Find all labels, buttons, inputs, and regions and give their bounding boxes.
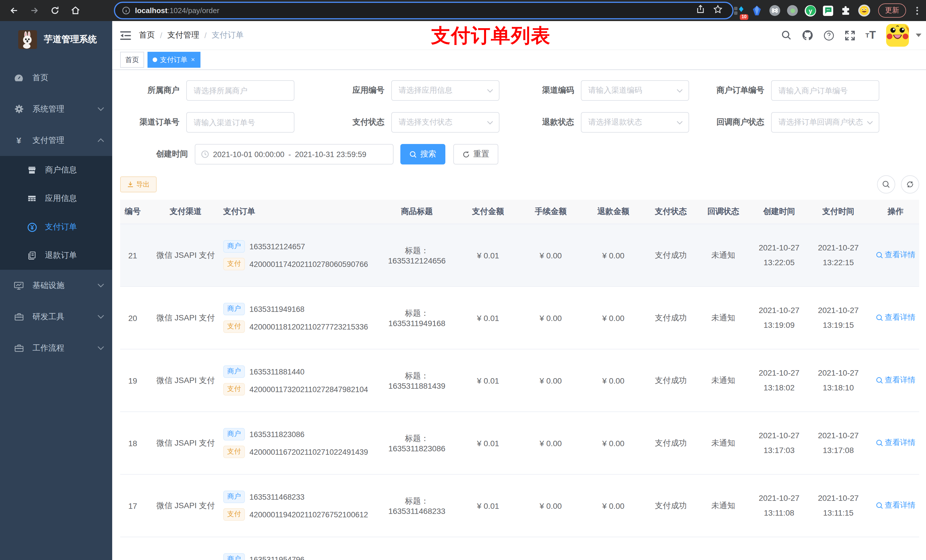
- dashboard-icon: [12, 73, 26, 82]
- sidebar-collapse-icon[interactable]: [112, 21, 139, 50]
- merchant-order-no-input[interactable]: [771, 80, 879, 101]
- view-detail-link[interactable]: 查看详情: [876, 501, 915, 511]
- browser-update-button[interactable]: 更新: [878, 3, 906, 18]
- hide-search-button[interactable]: [877, 175, 895, 193]
- channel-code-select[interactable]: 请输入渠道编码: [581, 80, 689, 101]
- sidebar-item-refund-order[interactable]: 退款订单: [0, 241, 112, 270]
- cell-title: 标题：1635311468233: [377, 474, 457, 537]
- chevron-down-icon: [97, 284, 104, 287]
- view-detail-link[interactable]: 查看详情: [876, 438, 915, 448]
- app-root: localhost:1024/pay/order 10 y: [0, 0, 926, 560]
- cell-title: 标题：1635311823086: [377, 412, 457, 474]
- github-icon[interactable]: [802, 30, 813, 41]
- tab-close-icon[interactable]: ✕: [191, 57, 195, 63]
- view-detail-link[interactable]: 查看详情: [876, 313, 915, 323]
- merchant-input[interactable]: [186, 80, 294, 101]
- magnifier-icon: [410, 151, 417, 158]
- cell-channel: [154, 537, 218, 560]
- chevron-down-icon: [487, 89, 493, 92]
- forward-icon[interactable]: [26, 3, 42, 18]
- sidebar-item-system[interactable]: 系统管理: [0, 93, 112, 125]
- pay-status-select[interactable]: 请选择支付状态: [391, 112, 499, 133]
- merchant-tag: 商户: [223, 365, 245, 378]
- magnifier-icon: [876, 439, 883, 447]
- tag-assistant-extension-icon[interactable]: 10: [733, 5, 744, 16]
- filter-channel-order-no: 渠道订单号: [118, 112, 294, 133]
- documents-icon: [26, 251, 38, 260]
- app-select[interactable]: 请选择应用信息: [391, 80, 499, 101]
- browser-menu-icon[interactable]: [914, 6, 920, 15]
- sidebar-item-infrastructure[interactable]: 基础设施: [0, 270, 112, 301]
- merchant-tag: 商户: [223, 491, 245, 503]
- toolbox-icon: [12, 343, 26, 353]
- sidebar-item-home[interactable]: 首页: [0, 62, 112, 93]
- table-row: 17 微信 JSAPI 支付 商户1635311468233 支付4200001…: [120, 474, 919, 537]
- home-icon[interactable]: [67, 3, 83, 18]
- tab-home[interactable]: 首页: [120, 52, 144, 68]
- back-icon[interactable]: [6, 3, 22, 18]
- address-bar[interactable]: localhost:1024/pay/order: [114, 2, 734, 20]
- transaction-no: 4200001173202110272847982104: [250, 385, 368, 394]
- breadcrumb-pay-manage[interactable]: 支付管理: [168, 30, 199, 41]
- merchant-tag: 商户: [223, 428, 245, 441]
- site-info-icon[interactable]: [122, 6, 130, 15]
- font-size-icon[interactable]: TT: [865, 29, 876, 42]
- url-text: localhost:1024/pay/order: [135, 6, 696, 15]
- cell-title: 标题：1635312124656: [377, 224, 457, 287]
- refund-status-select[interactable]: 请选择退款状态: [581, 112, 689, 133]
- sidebar-item-dev-tools[interactable]: 研发工具: [0, 301, 112, 332]
- col-pay-status: 支付状态: [645, 200, 697, 224]
- fullscreen-icon[interactable]: [844, 30, 855, 41]
- gem-extension-icon[interactable]: [751, 5, 763, 16]
- chat-extension-icon[interactable]: [823, 5, 833, 16]
- reload-icon[interactable]: [47, 3, 63, 18]
- avatar-caret-icon[interactable]: [916, 33, 921, 37]
- cell-fee: ¥ 0.00: [519, 474, 582, 537]
- sidebar-item-merchant-info[interactable]: 商户信息: [0, 156, 112, 184]
- magnifier-icon: [876, 314, 883, 322]
- shop-icon: [26, 166, 38, 175]
- sidebar-item-label: 研发工具: [32, 312, 95, 322]
- create-time-range-picker[interactable]: 2021-10-01 00:00:00 - 2021-10-31 23:59:5…: [195, 144, 393, 165]
- profile-emoji-icon[interactable]: [858, 5, 870, 17]
- sidebar-item-app-info[interactable]: 应用信息: [0, 184, 112, 213]
- share-icon[interactable]: [696, 4, 708, 17]
- export-button[interactable]: 导出: [120, 177, 157, 192]
- sidebar-item-workflow[interactable]: 工作流程: [0, 332, 112, 364]
- cell-actions: 查看详情: [868, 474, 919, 537]
- filter-form: 所属商户 应用编号 请选择应用信息 渠道编码: [112, 70, 926, 165]
- merchant-order-no: 1635312124657: [250, 242, 305, 251]
- y-extension-icon[interactable]: y: [805, 5, 816, 16]
- extensions-puzzle-icon[interactable]: [840, 5, 851, 16]
- bookmark-star-icon[interactable]: [713, 4, 726, 17]
- help-icon[interactable]: [823, 30, 834, 41]
- cell-pay-status: 支付成功: [645, 474, 697, 537]
- refresh-table-button[interactable]: [901, 175, 919, 193]
- sidebar-item-payment[interactable]: ¥ 支付管理: [0, 125, 112, 156]
- reset-button[interactable]: 重置: [453, 144, 498, 165]
- cell-pay-status: [645, 537, 697, 560]
- view-detail-link[interactable]: 查看详情: [876, 375, 915, 386]
- notify-status-select[interactable]: 请选择订单回调商户状态: [771, 112, 879, 133]
- dot-extension-icon[interactable]: [787, 5, 798, 16]
- search-icon[interactable]: [781, 30, 791, 41]
- cell-refund: ¥ 0.00: [582, 349, 645, 412]
- search-button[interactable]: 搜索: [400, 144, 445, 165]
- browser-chrome: localhost:1024/pay/order 10 y: [0, 0, 926, 21]
- breadcrumb: 首页 / 支付管理 / 支付订单: [139, 30, 244, 41]
- cell-fee: [519, 537, 582, 560]
- cell-channel: 微信 JSAPI 支付: [154, 412, 218, 474]
- sidebar-item-pay-order[interactable]: 支付订单: [0, 213, 112, 241]
- breadcrumb-home[interactable]: 首页: [139, 30, 155, 41]
- chevron-down-icon: [676, 89, 683, 92]
- channel-order-no-input[interactable]: [186, 112, 294, 133]
- cell-pay-time: 2021-10-2713:11:15: [809, 474, 868, 537]
- table-toolbar: 导出: [112, 176, 926, 193]
- cell-id: 21: [120, 224, 154, 287]
- view-detail-link[interactable]: 查看详情: [876, 250, 915, 260]
- cell-notify-status: 未通知: [697, 412, 749, 474]
- user-avatar[interactable]: [886, 24, 909, 47]
- tab-pay-order[interactable]: 支付订单 ✕: [147, 52, 200, 68]
- app-brand[interactable]: 芋道管理系统: [0, 21, 112, 57]
- command-extension-icon[interactable]: [769, 5, 780, 16]
